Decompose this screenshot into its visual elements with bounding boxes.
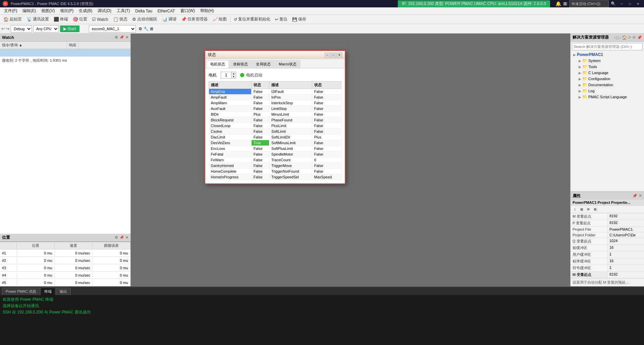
menu-view[interactable]: 视图(V): [39, 7, 57, 14]
dialog-tab-coord[interactable]: 坐标状态: [229, 60, 252, 68]
dialog-maximize-button[interactable]: □: [331, 53, 336, 57]
position-close-icon[interactable]: ✕: [125, 235, 128, 240]
menu-build[interactable]: 生成(B): [76, 7, 95, 14]
motor-spinbox[interactable]: ▲ ▼: [221, 72, 236, 78]
notification-icon[interactable]: 🔔: [555, 1, 561, 6]
toolbar-home[interactable]: 🏠起始页: [1, 16, 24, 23]
solution-sync-icon[interactable]: ⟳: [628, 35, 631, 40]
solution-item-docs[interactable]: ▶ 📁 Documentation: [577, 82, 643, 88]
prop-refresh[interactable]: ⟳: [585, 206, 591, 212]
state-table-row: FeWarn False TraceCount 0: [209, 157, 341, 163]
properties-close-icon[interactable]: ✕: [639, 193, 642, 198]
tab-output[interactable]: 输出: [56, 288, 71, 295]
dialog-tab-global[interactable]: 全局状态: [252, 60, 274, 68]
prop-sort-category[interactable]: ⊞: [579, 206, 585, 212]
redo-btn[interactable]: ↪: [6, 26, 9, 31]
dialog-close-button[interactable]: ✕: [337, 53, 342, 57]
toolbar-save[interactable]: 💾保存: [290, 16, 308, 23]
maximize-button[interactable]: □: [627, 1, 633, 6]
pos-id-cell: #3: [0, 265, 17, 271]
menu-debug[interactable]: 调试(D): [95, 7, 114, 14]
position-settings-icon[interactable]: ⚙: [115, 235, 118, 240]
property-value: 8192: [607, 220, 644, 226]
position-pin-icon[interactable]: 📌: [119, 235, 124, 240]
toolbar-tune[interactable]: 📊调谐: [160, 16, 178, 23]
solution-item-system[interactable]: ▶ 📁 System: [577, 58, 643, 64]
toolbar-reinit[interactable]: ↺复位并重新初始化: [232, 16, 272, 23]
watch-settings-icon[interactable]: ⚙: [115, 35, 118, 40]
solution-settings-icon[interactable]: ⚙: [632, 35, 636, 40]
menu-window[interactable]: 窗口(W): [178, 7, 198, 14]
property-value: 8192: [607, 272, 644, 278]
toolbar-jog[interactable]: ⚙点动功能区: [130, 16, 159, 23]
solution-root[interactable]: ▶ PowerPMAC1: [572, 52, 643, 58]
device-grid-icon[interactable]: ⊞: [150, 26, 153, 31]
undo-btn[interactable]: ↩: [1, 26, 5, 31]
search-icon[interactable]: 🔍: [611, 1, 616, 6]
prop-sort-alpha[interactable]: ↕: [572, 206, 578, 212]
solution-home-icon[interactable]: 🏠: [622, 35, 627, 40]
state-val2-cell: False: [312, 106, 341, 112]
solution-item-log[interactable]: ▶ 📁 Log: [577, 88, 643, 94]
solution-item-config[interactable]: ▶ 📁 Configuration: [577, 76, 643, 82]
solution-search[interactable]: [572, 43, 643, 50]
device-select[interactable]: excom0_MAC_1: [89, 25, 136, 33]
position-row-4: #4 0 mu 0 mu/sec 0 mu: [0, 272, 130, 279]
property-key: Q 变量起点: [571, 238, 607, 244]
menu-tools[interactable]: 工具(T): [114, 7, 132, 14]
spinbox-up[interactable]: ▲: [231, 72, 236, 75]
spinbox-down[interactable]: ▼: [231, 75, 236, 78]
close-button[interactable]: ✕: [635, 1, 641, 6]
dialog-minimize-button[interactable]: ─: [325, 53, 330, 57]
dialog-tab-macro[interactable]: Macro状态: [275, 60, 300, 68]
toolbar-reset[interactable]: ↩复位: [273, 16, 289, 23]
prop-settings[interactable]: ⚙: [592, 206, 598, 212]
debug-config-select[interactable]: Debug: [11, 25, 32, 33]
toolbar-position[interactable]: 🎯位置: [71, 16, 89, 23]
dialog-tab-motor[interactable]: 电机状态: [207, 60, 229, 68]
menu-ethercat[interactable]: EtherCAT: [155, 8, 178, 14]
position-row-1: #1 0 mu 0 mu/sec 0 mu: [0, 249, 130, 257]
toolbar-terminal[interactable]: ⬛终端: [52, 16, 70, 23]
toolbar-taskman[interactable]: 📌任务管理器: [179, 16, 210, 23]
tab-power-pmac-messages[interactable]: Power PMAC 消息: [2, 288, 40, 295]
solution-item-tools[interactable]: ▶ 📁 Tools: [577, 64, 643, 70]
position-rows: #1 0 mu 0 mu/sec 0 mu #2 0 mu 0 mu/sec 0…: [0, 249, 130, 286]
state-desc1-cell: BlDir: [209, 112, 252, 117]
menu-deltatau[interactable]: Delta Tau: [132, 8, 155, 14]
quick-start-input[interactable]: 快速启动 (Ctrl+Q): [569, 0, 609, 7]
state-desc1-cell: DesVelZero: [209, 140, 252, 146]
menu-help[interactable]: 帮助(H): [198, 7, 217, 14]
menu-project[interactable]: 项目(P): [57, 7, 76, 14]
state-table-row: BlDir Plus MinusLimit False: [209, 112, 341, 117]
solution-pin-icon[interactable]: 📌: [637, 35, 642, 40]
pos-position-cell: 0 mu: [17, 258, 55, 263]
toolbar-comm[interactable]: 📡通讯设置: [24, 16, 51, 23]
toolbar-status[interactable]: 📋状态: [111, 16, 129, 23]
state-val2-cell: False: [312, 146, 341, 152]
property-value: C:\Users\PC\De: [607, 232, 644, 238]
cpu-config-select[interactable]: Any CPU: [33, 25, 59, 33]
solution-item-clang[interactable]: ▶ 📁 C Language: [577, 70, 643, 76]
start-button[interactable]: ▶ Start: [60, 25, 79, 32]
properties-pin-icon[interactable]: 📌: [632, 193, 637, 198]
minimize-button[interactable]: ─: [619, 1, 625, 6]
device-tools-icon[interactable]: 🔧: [144, 26, 149, 31]
watch-close-icon[interactable]: ✕: [125, 35, 128, 40]
watch-pin-icon[interactable]: 📌: [119, 35, 124, 40]
solution-nav-fwd[interactable]: ▷: [618, 35, 621, 40]
menu-edit[interactable]: 编辑(E): [20, 7, 39, 14]
state-val1-cell: False: [251, 174, 269, 180]
device-settings-icon[interactable]: ⚙: [139, 26, 142, 31]
tab-terminal[interactable]: 终端: [41, 288, 55, 295]
toolbar-plot[interactable]: 📈绘图: [210, 16, 229, 23]
state-desc2-cell: MinusLimit: [269, 112, 312, 117]
chevron-right-icon-tools: ▶: [579, 65, 581, 69]
watch-query-cell[interactable]: [0, 52, 67, 53]
toolbar-watch[interactable]: ☑Watch: [90, 16, 110, 22]
solution-nav-back[interactable]: ◁: [614, 35, 617, 40]
menu-file[interactable]: 文件(F): [1, 7, 20, 14]
watch-header: 指令/查询 ▲ 响应: [0, 42, 130, 49]
motor-value-input[interactable]: [221, 72, 231, 78]
solution-item-pmac[interactable]: ▶ 📁 PMAC Script Language: [577, 94, 643, 100]
